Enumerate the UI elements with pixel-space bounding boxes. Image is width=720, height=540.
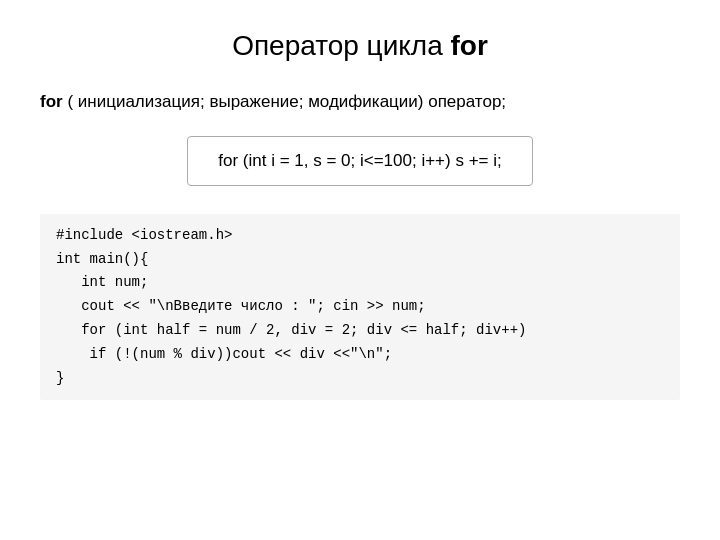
- code-block: #include <iostream.h> int main(){ int nu…: [40, 214, 680, 401]
- subtitle: for ( инициализация; выражение; модифика…: [40, 90, 506, 114]
- code-line-2: int main(){: [56, 248, 664, 272]
- page-title: Оператор цикла for: [40, 30, 680, 62]
- code-line-4: cout << "\nВведите число : "; cin >> num…: [56, 295, 664, 319]
- subtitle-keyword: for: [40, 92, 63, 111]
- page: Оператор цикла for for ( инициализация; …: [0, 0, 720, 540]
- subtitle-text: ( инициализация; выражение; модификации)…: [63, 92, 506, 111]
- code-line-6: if (!(num % div))cout << div <<"\n";: [56, 343, 664, 367]
- title-prefix: Оператор цикла: [232, 30, 450, 61]
- code-line-3: int num;: [56, 271, 664, 295]
- example-code-text: for (int i = 1, s = 0; i<=100; i++) s +=…: [218, 151, 502, 170]
- code-line-5: for (int half = num / 2, div = 2; div <=…: [56, 319, 664, 343]
- title-keyword: for: [451, 30, 488, 61]
- code-line-7: }: [56, 367, 664, 391]
- code-line-1: #include <iostream.h>: [56, 224, 664, 248]
- example-code-box: for (int i = 1, s = 0; i<=100; i++) s +=…: [187, 136, 533, 186]
